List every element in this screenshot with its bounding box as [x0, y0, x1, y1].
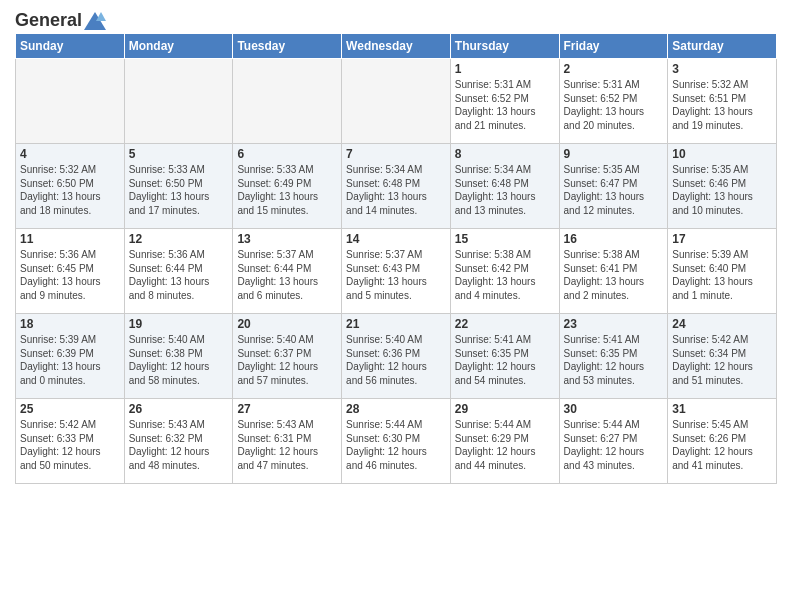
table-row: 4Sunrise: 5:32 AM Sunset: 6:50 PM Daylig…: [16, 144, 125, 229]
day-info: Sunrise: 5:44 AM Sunset: 6:29 PM Dayligh…: [455, 418, 555, 472]
weekday-header-thursday: Thursday: [450, 34, 559, 59]
day-info: Sunrise: 5:40 AM Sunset: 6:37 PM Dayligh…: [237, 333, 337, 387]
table-row: [233, 59, 342, 144]
day-info: Sunrise: 5:43 AM Sunset: 6:31 PM Dayligh…: [237, 418, 337, 472]
calendar-week-row: 11Sunrise: 5:36 AM Sunset: 6:45 PM Dayli…: [16, 229, 777, 314]
weekday-header-monday: Monday: [124, 34, 233, 59]
table-row: 27Sunrise: 5:43 AM Sunset: 6:31 PM Dayli…: [233, 399, 342, 484]
day-number: 26: [129, 402, 229, 416]
day-number: 13: [237, 232, 337, 246]
day-number: 22: [455, 317, 555, 331]
day-number: 12: [129, 232, 229, 246]
table-row: 30Sunrise: 5:44 AM Sunset: 6:27 PM Dayli…: [559, 399, 668, 484]
day-number: 18: [20, 317, 120, 331]
table-row: 31Sunrise: 5:45 AM Sunset: 6:26 PM Dayli…: [668, 399, 777, 484]
day-info: Sunrise: 5:42 AM Sunset: 6:34 PM Dayligh…: [672, 333, 772, 387]
day-number: 4: [20, 147, 120, 161]
table-row: [16, 59, 125, 144]
weekday-header-saturday: Saturday: [668, 34, 777, 59]
logo: General: [15, 10, 106, 27]
table-row: 15Sunrise: 5:38 AM Sunset: 6:42 PM Dayli…: [450, 229, 559, 314]
day-number: 6: [237, 147, 337, 161]
day-number: 8: [455, 147, 555, 161]
day-number: 7: [346, 147, 446, 161]
day-number: 15: [455, 232, 555, 246]
table-row: 6Sunrise: 5:33 AM Sunset: 6:49 PM Daylig…: [233, 144, 342, 229]
day-info: Sunrise: 5:31 AM Sunset: 6:52 PM Dayligh…: [455, 78, 555, 132]
table-row: 3Sunrise: 5:32 AM Sunset: 6:51 PM Daylig…: [668, 59, 777, 144]
table-row: 2Sunrise: 5:31 AM Sunset: 6:52 PM Daylig…: [559, 59, 668, 144]
day-number: 28: [346, 402, 446, 416]
logo-general: General: [15, 10, 82, 31]
table-row: 16Sunrise: 5:38 AM Sunset: 6:41 PM Dayli…: [559, 229, 668, 314]
table-row: [124, 59, 233, 144]
weekday-header-friday: Friday: [559, 34, 668, 59]
day-number: 11: [20, 232, 120, 246]
day-info: Sunrise: 5:32 AM Sunset: 6:50 PM Dayligh…: [20, 163, 120, 217]
table-row: 1Sunrise: 5:31 AM Sunset: 6:52 PM Daylig…: [450, 59, 559, 144]
day-number: 20: [237, 317, 337, 331]
day-info: Sunrise: 5:43 AM Sunset: 6:32 PM Dayligh…: [129, 418, 229, 472]
table-row: 24Sunrise: 5:42 AM Sunset: 6:34 PM Dayli…: [668, 314, 777, 399]
day-number: 30: [564, 402, 664, 416]
table-row: 22Sunrise: 5:41 AM Sunset: 6:35 PM Dayli…: [450, 314, 559, 399]
day-number: 27: [237, 402, 337, 416]
day-info: Sunrise: 5:31 AM Sunset: 6:52 PM Dayligh…: [564, 78, 664, 132]
table-row: 23Sunrise: 5:41 AM Sunset: 6:35 PM Dayli…: [559, 314, 668, 399]
table-row: 11Sunrise: 5:36 AM Sunset: 6:45 PM Dayli…: [16, 229, 125, 314]
table-row: 21Sunrise: 5:40 AM Sunset: 6:36 PM Dayli…: [342, 314, 451, 399]
table-row: 19Sunrise: 5:40 AM Sunset: 6:38 PM Dayli…: [124, 314, 233, 399]
day-info: Sunrise: 5:35 AM Sunset: 6:46 PM Dayligh…: [672, 163, 772, 217]
day-number: 9: [564, 147, 664, 161]
day-info: Sunrise: 5:36 AM Sunset: 6:44 PM Dayligh…: [129, 248, 229, 302]
table-row: 12Sunrise: 5:36 AM Sunset: 6:44 PM Dayli…: [124, 229, 233, 314]
day-info: Sunrise: 5:34 AM Sunset: 6:48 PM Dayligh…: [455, 163, 555, 217]
table-row: 26Sunrise: 5:43 AM Sunset: 6:32 PM Dayli…: [124, 399, 233, 484]
day-info: Sunrise: 5:33 AM Sunset: 6:50 PM Dayligh…: [129, 163, 229, 217]
day-number: 16: [564, 232, 664, 246]
day-number: 14: [346, 232, 446, 246]
day-info: Sunrise: 5:44 AM Sunset: 6:27 PM Dayligh…: [564, 418, 664, 472]
day-info: Sunrise: 5:38 AM Sunset: 6:41 PM Dayligh…: [564, 248, 664, 302]
table-row: 14Sunrise: 5:37 AM Sunset: 6:43 PM Dayli…: [342, 229, 451, 314]
table-row: 5Sunrise: 5:33 AM Sunset: 6:50 PM Daylig…: [124, 144, 233, 229]
day-info: Sunrise: 5:40 AM Sunset: 6:36 PM Dayligh…: [346, 333, 446, 387]
table-row: 29Sunrise: 5:44 AM Sunset: 6:29 PM Dayli…: [450, 399, 559, 484]
calendar: SundayMondayTuesdayWednesdayThursdayFrid…: [15, 33, 777, 484]
calendar-week-row: 4Sunrise: 5:32 AM Sunset: 6:50 PM Daylig…: [16, 144, 777, 229]
day-number: 25: [20, 402, 120, 416]
day-number: 24: [672, 317, 772, 331]
logo-icon: [84, 12, 106, 30]
day-info: Sunrise: 5:34 AM Sunset: 6:48 PM Dayligh…: [346, 163, 446, 217]
weekday-header-wednesday: Wednesday: [342, 34, 451, 59]
table-row: 18Sunrise: 5:39 AM Sunset: 6:39 PM Dayli…: [16, 314, 125, 399]
table-row: 7Sunrise: 5:34 AM Sunset: 6:48 PM Daylig…: [342, 144, 451, 229]
day-number: 3: [672, 62, 772, 76]
day-number: 17: [672, 232, 772, 246]
day-info: Sunrise: 5:35 AM Sunset: 6:47 PM Dayligh…: [564, 163, 664, 217]
day-info: Sunrise: 5:33 AM Sunset: 6:49 PM Dayligh…: [237, 163, 337, 217]
day-info: Sunrise: 5:38 AM Sunset: 6:42 PM Dayligh…: [455, 248, 555, 302]
calendar-week-row: 18Sunrise: 5:39 AM Sunset: 6:39 PM Dayli…: [16, 314, 777, 399]
calendar-week-row: 25Sunrise: 5:42 AM Sunset: 6:33 PM Dayli…: [16, 399, 777, 484]
day-number: 2: [564, 62, 664, 76]
day-info: Sunrise: 5:42 AM Sunset: 6:33 PM Dayligh…: [20, 418, 120, 472]
day-number: 5: [129, 147, 229, 161]
day-info: Sunrise: 5:36 AM Sunset: 6:45 PM Dayligh…: [20, 248, 120, 302]
table-row: 9Sunrise: 5:35 AM Sunset: 6:47 PM Daylig…: [559, 144, 668, 229]
day-info: Sunrise: 5:39 AM Sunset: 6:40 PM Dayligh…: [672, 248, 772, 302]
table-row: 10Sunrise: 5:35 AM Sunset: 6:46 PM Dayli…: [668, 144, 777, 229]
day-number: 1: [455, 62, 555, 76]
day-info: Sunrise: 5:45 AM Sunset: 6:26 PM Dayligh…: [672, 418, 772, 472]
calendar-week-row: 1Sunrise: 5:31 AM Sunset: 6:52 PM Daylig…: [16, 59, 777, 144]
table-row: 28Sunrise: 5:44 AM Sunset: 6:30 PM Dayli…: [342, 399, 451, 484]
weekday-header-sunday: Sunday: [16, 34, 125, 59]
day-info: Sunrise: 5:41 AM Sunset: 6:35 PM Dayligh…: [564, 333, 664, 387]
table-row: 8Sunrise: 5:34 AM Sunset: 6:48 PM Daylig…: [450, 144, 559, 229]
day-number: 19: [129, 317, 229, 331]
day-info: Sunrise: 5:37 AM Sunset: 6:43 PM Dayligh…: [346, 248, 446, 302]
table-row: [342, 59, 451, 144]
day-number: 23: [564, 317, 664, 331]
weekday-header-tuesday: Tuesday: [233, 34, 342, 59]
day-number: 10: [672, 147, 772, 161]
